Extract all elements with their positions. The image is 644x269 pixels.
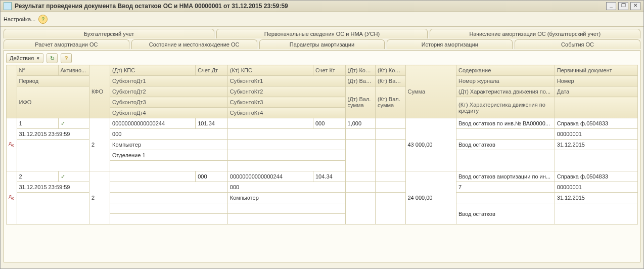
cell[interactable]: 000: [110, 129, 228, 140]
tab-depreciation[interactable]: Начисление амортизации ОС (бухгалтерский…: [430, 29, 640, 38]
close-button[interactable]: ✕: [630, 2, 640, 10]
settings-link[interactable]: Настройка...: [4, 16, 35, 22]
cell[interactable]: Ввод остатков амортизации по ин...: [456, 171, 555, 182]
col-sch-dt[interactable]: Счет Дт: [196, 65, 228, 76]
tab-accounting[interactable]: Бухгалтерский учет: [4, 29, 214, 38]
cell[interactable]: 00000001: [555, 182, 637, 193]
cell[interactable]: [227, 129, 345, 140]
actions-menu-button[interactable]: Действия ▼: [6, 53, 43, 63]
cell[interactable]: Компьютер: [227, 193, 345, 203]
cell[interactable]: 00000000000000244: [110, 118, 196, 129]
cell[interactable]: Ввод остатков: [456, 140, 555, 150]
col-active[interactable]: Активно...: [58, 65, 89, 76]
cell[interactable]: [227, 161, 345, 171]
cell[interactable]: [110, 171, 196, 182]
cell[interactable]: Справка ф.0504833: [555, 171, 637, 182]
col-dt-kps[interactable]: (Дт) КПС: [110, 65, 196, 76]
col-period[interactable]: Период: [17, 76, 89, 86]
cell[interactable]: [345, 182, 375, 193]
col-dt-val[interactable]: (Дт) Валю...: [345, 76, 375, 86]
col-sub-kt2[interactable]: СубконтоКт2: [227, 86, 345, 97]
tab-depr-params[interactable]: Параметры амортизации: [259, 39, 385, 49]
col-kt-kps[interactable]: (Кт) КПС: [227, 65, 313, 76]
cell[interactable]: 101.34: [196, 118, 228, 129]
cell[interactable]: [110, 161, 228, 171]
col-dt-vals[interactable]: (Дт) Вал. сумма: [345, 86, 375, 118]
col-sub-dt2[interactable]: СубконтоДт2: [110, 86, 228, 97]
cell[interactable]: 00000001: [555, 129, 637, 140]
cell[interactable]: [345, 193, 375, 225]
cell[interactable]: [227, 118, 313, 129]
maximize-button[interactable]: ❐: [618, 2, 628, 10]
table-row[interactable]: ДК2✓200000000000000000244104.3424 000,00…: [7, 171, 638, 182]
cell[interactable]: [456, 129, 555, 140]
table-row[interactable]: ДК1✓200000000000000244101.340001,00043 0…: [7, 118, 638, 129]
cell[interactable]: [17, 193, 89, 225]
cell[interactable]: 2: [89, 118, 110, 171]
col-kt-val[interactable]: (Кт) Валю...: [376, 76, 405, 86]
cell[interactable]: [555, 203, 637, 225]
postings-table[interactable]: N° Активно... КФО (Дт) КПС Счет Дт (Кт) …: [6, 65, 638, 225]
col-nomer[interactable]: Номер: [555, 76, 637, 86]
cell[interactable]: 1: [17, 118, 58, 129]
cell[interactable]: [345, 140, 375, 171]
help-icon[interactable]: ?: [38, 15, 48, 24]
cell[interactable]: 7: [456, 182, 555, 193]
cell[interactable]: [376, 193, 405, 225]
col-kt-vals[interactable]: (Кт) Вал. сумма: [376, 86, 405, 118]
col-sub-dt3[interactable]: СубконтоДт3: [110, 97, 228, 108]
col-sch-kt[interactable]: Счет Кт: [313, 65, 346, 76]
cell[interactable]: [17, 140, 89, 171]
cell[interactable]: 1,000: [345, 118, 375, 129]
cell[interactable]: ✓: [58, 171, 89, 182]
tab-state-location[interactable]: Состояние и местонахождение ОС: [131, 39, 257, 49]
tab-initial-info[interactable]: Первоначальные сведения ОС и НМА (УСН): [216, 29, 427, 38]
col-sum[interactable]: Сумма: [405, 65, 456, 118]
col-sub-dt1[interactable]: СубконтоДт1: [110, 76, 228, 86]
cell[interactable]: 000: [227, 182, 345, 193]
col-dt-kol[interactable]: (Дт) Коли...: [345, 65, 375, 76]
tab-events[interactable]: События ОС: [515, 39, 640, 49]
cell[interactable]: Ввод остатков: [456, 203, 555, 225]
cell[interactable]: Справка ф.0504833: [555, 118, 637, 129]
cell[interactable]: 31.12.2015 23:59:59: [17, 182, 89, 193]
col-num[interactable]: N°: [17, 65, 58, 76]
cell[interactable]: [110, 214, 228, 225]
cell[interactable]: 2: [17, 171, 58, 182]
cell[interactable]: 31.12.2015: [555, 193, 637, 203]
col-kfo[interactable]: КФО: [89, 65, 110, 118]
cell[interactable]: [555, 150, 637, 171]
cell[interactable]: ✓: [58, 118, 89, 129]
col-har-dt[interactable]: (Дт) Характеристика движения по...: [456, 86, 555, 97]
col-sub-kt1[interactable]: СубконтоКт1: [227, 76, 345, 86]
refresh-button[interactable]: ↻: [47, 53, 58, 63]
cell[interactable]: 31.12.2015 23:59:59: [17, 129, 89, 140]
cell[interactable]: 000: [313, 118, 346, 129]
cell[interactable]: 31.12.2015: [555, 140, 637, 150]
cell[interactable]: Компьютер: [110, 140, 228, 150]
cell[interactable]: Ввод остатков по инв.№ ВА00000...: [456, 118, 555, 129]
col-zhurnal[interactable]: Номер журнала: [456, 76, 555, 86]
cell[interactable]: [376, 140, 405, 171]
cell[interactable]: Отделение 1: [110, 150, 228, 161]
cell[interactable]: [227, 203, 345, 214]
cell[interactable]: 104.34: [313, 171, 346, 182]
cell[interactable]: [227, 150, 345, 161]
help-button[interactable]: ?: [61, 53, 72, 63]
cell[interactable]: 2: [89, 171, 110, 225]
cell[interactable]: [227, 140, 345, 150]
cell[interactable]: 00000000000000244: [227, 171, 313, 182]
cell[interactable]: [345, 171, 375, 182]
col-data[interactable]: Дата: [555, 86, 637, 97]
cell[interactable]: 43 000,00: [405, 118, 456, 171]
cell[interactable]: [376, 171, 405, 182]
cell[interactable]: [110, 203, 228, 214]
minimize-button[interactable]: _: [606, 2, 616, 10]
cell[interactable]: [456, 193, 555, 203]
col-doc[interactable]: Первичный документ: [555, 65, 637, 76]
cell[interactable]: [376, 118, 405, 129]
cell[interactable]: [456, 150, 555, 171]
col-sub-kt3[interactable]: СубконтоКт3: [227, 97, 345, 108]
cell[interactable]: 24 000,00: [405, 171, 456, 225]
col-kt-kol[interactable]: (Кт) Коли...: [376, 65, 405, 76]
